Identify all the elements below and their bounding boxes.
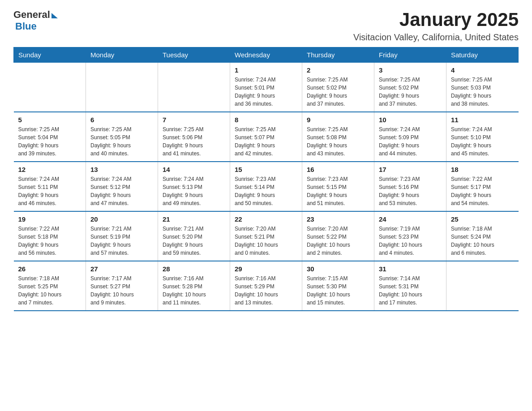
calendar-week-2: 5Sunrise: 7:25 AM Sunset: 5:04 PM Daylig… (14, 112, 519, 162)
day-number: 27 (90, 265, 153, 273)
calendar-week-1: 1Sunrise: 7:24 AM Sunset: 5:01 PM Daylig… (14, 63, 519, 112)
title-block: January 2025 Visitacion Valley, Californ… (353, 9, 519, 43)
calendar-cell: 15Sunrise: 7:23 AM Sunset: 5:14 PM Dayli… (230, 162, 302, 211)
calendar-cell: 7Sunrise: 7:25 AM Sunset: 5:06 PM Daylig… (158, 112, 230, 162)
weekday-header-tuesday: Tuesday (158, 47, 230, 63)
day-info: Sunrise: 7:25 AM Sunset: 5:08 PM Dayligh… (307, 125, 369, 158)
day-number: 31 (379, 265, 442, 273)
calendar-cell: 18Sunrise: 7:22 AM Sunset: 5:17 PM Dayli… (446, 162, 519, 211)
day-info: Sunrise: 7:20 AM Sunset: 5:22 PM Dayligh… (307, 225, 369, 257)
calendar-cell: 12Sunrise: 7:24 AM Sunset: 5:11 PM Dayli… (14, 162, 86, 211)
logo-triangle-icon (51, 13, 58, 18)
calendar-cell: 9Sunrise: 7:25 AM Sunset: 5:08 PM Daylig… (302, 112, 374, 162)
day-number: 18 (451, 166, 514, 173)
weekday-header-saturday: Saturday (446, 47, 519, 63)
day-info: Sunrise: 7:25 AM Sunset: 5:05 PM Dayligh… (90, 125, 153, 158)
calendar-cell: 19Sunrise: 7:22 AM Sunset: 5:18 PM Dayli… (14, 211, 86, 261)
day-number: 19 (18, 215, 82, 223)
day-number: 2 (307, 66, 369, 74)
day-number: 30 (307, 265, 369, 273)
day-number: 12 (18, 166, 82, 173)
day-info: Sunrise: 7:18 AM Sunset: 5:24 PM Dayligh… (451, 225, 514, 257)
day-info: Sunrise: 7:25 AM Sunset: 5:06 PM Dayligh… (163, 125, 225, 158)
calendar-cell: 21Sunrise: 7:21 AM Sunset: 5:20 PM Dayli… (158, 211, 230, 261)
calendar-cell: 17Sunrise: 7:23 AM Sunset: 5:16 PM Dayli… (374, 162, 446, 211)
day-number: 9 (307, 116, 369, 124)
calendar-cell: 14Sunrise: 7:24 AM Sunset: 5:13 PM Dayli… (158, 162, 230, 211)
day-number: 8 (235, 116, 297, 124)
day-info: Sunrise: 7:17 AM Sunset: 5:27 PM Dayligh… (90, 274, 153, 307)
weekday-header-friday: Friday (374, 47, 446, 63)
calendar-cell: 13Sunrise: 7:24 AM Sunset: 5:12 PM Dayli… (86, 162, 158, 211)
calendar-cell: 20Sunrise: 7:21 AM Sunset: 5:19 PM Dayli… (86, 211, 158, 261)
day-number: 7 (163, 116, 225, 124)
calendar-cell: 2Sunrise: 7:25 AM Sunset: 5:02 PM Daylig… (302, 63, 374, 112)
day-number: 3 (379, 66, 442, 74)
calendar-cell: 22Sunrise: 7:20 AM Sunset: 5:21 PM Dayli… (230, 211, 302, 261)
day-number: 14 (163, 166, 225, 173)
day-number: 23 (307, 215, 369, 223)
calendar-week-3: 12Sunrise: 7:24 AM Sunset: 5:11 PM Dayli… (14, 162, 519, 211)
weekday-header-wednesday: Wednesday (230, 47, 302, 63)
day-info: Sunrise: 7:16 AM Sunset: 5:28 PM Dayligh… (163, 274, 225, 307)
day-number: 20 (90, 215, 153, 223)
day-info: Sunrise: 7:15 AM Sunset: 5:30 PM Dayligh… (307, 274, 369, 307)
day-number: 11 (451, 116, 514, 124)
day-number: 28 (163, 265, 225, 273)
day-info: Sunrise: 7:24 AM Sunset: 5:12 PM Dayligh… (90, 175, 153, 207)
day-info: Sunrise: 7:25 AM Sunset: 5:02 PM Dayligh… (307, 76, 369, 108)
calendar-cell: 25Sunrise: 7:18 AM Sunset: 5:24 PM Dayli… (446, 211, 519, 261)
day-number: 17 (379, 166, 442, 173)
calendar-cell: 27Sunrise: 7:17 AM Sunset: 5:27 PM Dayli… (86, 261, 158, 311)
calendar-cell: 28Sunrise: 7:16 AM Sunset: 5:28 PM Dayli… (158, 261, 230, 311)
day-info: Sunrise: 7:24 AM Sunset: 5:09 PM Dayligh… (379, 125, 442, 158)
day-info: Sunrise: 7:23 AM Sunset: 5:16 PM Dayligh… (379, 175, 442, 207)
calendar-header: SundayMondayTuesdayWednesdayThursdayFrid… (14, 47, 519, 63)
day-info: Sunrise: 7:18 AM Sunset: 5:25 PM Dayligh… (18, 274, 82, 307)
calendar-cell (446, 261, 519, 311)
day-info: Sunrise: 7:25 AM Sunset: 5:03 PM Dayligh… (451, 76, 514, 108)
day-info: Sunrise: 7:24 AM Sunset: 5:01 PM Dayligh… (235, 76, 297, 108)
day-number: 22 (235, 215, 297, 223)
calendar-cell: 1Sunrise: 7:24 AM Sunset: 5:01 PM Daylig… (230, 63, 302, 112)
day-number: 1 (235, 66, 297, 74)
weekday-header-thursday: Thursday (302, 47, 374, 63)
calendar-cell (14, 63, 86, 112)
day-info: Sunrise: 7:23 AM Sunset: 5:15 PM Dayligh… (307, 175, 369, 207)
weekday-header-row: SundayMondayTuesdayWednesdayThursdayFrid… (14, 47, 519, 63)
calendar-cell: 5Sunrise: 7:25 AM Sunset: 5:04 PM Daylig… (14, 112, 86, 162)
day-info: Sunrise: 7:24 AM Sunset: 5:10 PM Dayligh… (451, 125, 514, 158)
day-info: Sunrise: 7:14 AM Sunset: 5:31 PM Dayligh… (379, 274, 442, 307)
calendar-week-5: 26Sunrise: 7:18 AM Sunset: 5:25 PM Dayli… (14, 261, 519, 311)
calendar-cell: 3Sunrise: 7:25 AM Sunset: 5:02 PM Daylig… (374, 63, 446, 112)
day-info: Sunrise: 7:21 AM Sunset: 5:20 PM Dayligh… (163, 225, 225, 257)
page-header: General Blue January 2025 Visitacion Val… (13, 9, 519, 43)
calendar-body: 1Sunrise: 7:24 AM Sunset: 5:01 PM Daylig… (14, 63, 519, 311)
day-info: Sunrise: 7:23 AM Sunset: 5:14 PM Dayligh… (235, 175, 297, 207)
day-info: Sunrise: 7:22 AM Sunset: 5:17 PM Dayligh… (451, 175, 514, 207)
calendar-cell: 10Sunrise: 7:24 AM Sunset: 5:09 PM Dayli… (374, 112, 446, 162)
day-number: 26 (18, 265, 82, 273)
day-number: 6 (90, 116, 153, 124)
day-info: Sunrise: 7:25 AM Sunset: 5:04 PM Dayligh… (18, 125, 82, 158)
day-number: 10 (379, 116, 442, 124)
day-number: 24 (379, 215, 442, 223)
calendar-cell: 30Sunrise: 7:15 AM Sunset: 5:30 PM Dayli… (302, 261, 374, 311)
logo-blue-text: Blue (15, 21, 37, 32)
day-number: 13 (90, 166, 153, 173)
calendar-cell: 8Sunrise: 7:25 AM Sunset: 5:07 PM Daylig… (230, 112, 302, 162)
day-info: Sunrise: 7:19 AM Sunset: 5:23 PM Dayligh… (379, 225, 442, 257)
logo: General Blue (13, 9, 58, 32)
calendar-cell: 11Sunrise: 7:24 AM Sunset: 5:10 PM Dayli… (446, 112, 519, 162)
day-number: 4 (451, 66, 514, 74)
weekday-header-monday: Monday (86, 47, 158, 63)
calendar-cell: 23Sunrise: 7:20 AM Sunset: 5:22 PM Dayli… (302, 211, 374, 261)
calendar-cell: 16Sunrise: 7:23 AM Sunset: 5:15 PM Dayli… (302, 162, 374, 211)
day-number: 21 (163, 215, 225, 223)
day-info: Sunrise: 7:21 AM Sunset: 5:19 PM Dayligh… (90, 225, 153, 257)
day-info: Sunrise: 7:16 AM Sunset: 5:29 PM Dayligh… (235, 274, 297, 307)
location-title: Visitacion Valley, California, United St… (353, 32, 519, 43)
calendar-cell (158, 63, 230, 112)
weekday-header-sunday: Sunday (14, 47, 86, 63)
day-info: Sunrise: 7:24 AM Sunset: 5:13 PM Dayligh… (163, 175, 225, 207)
